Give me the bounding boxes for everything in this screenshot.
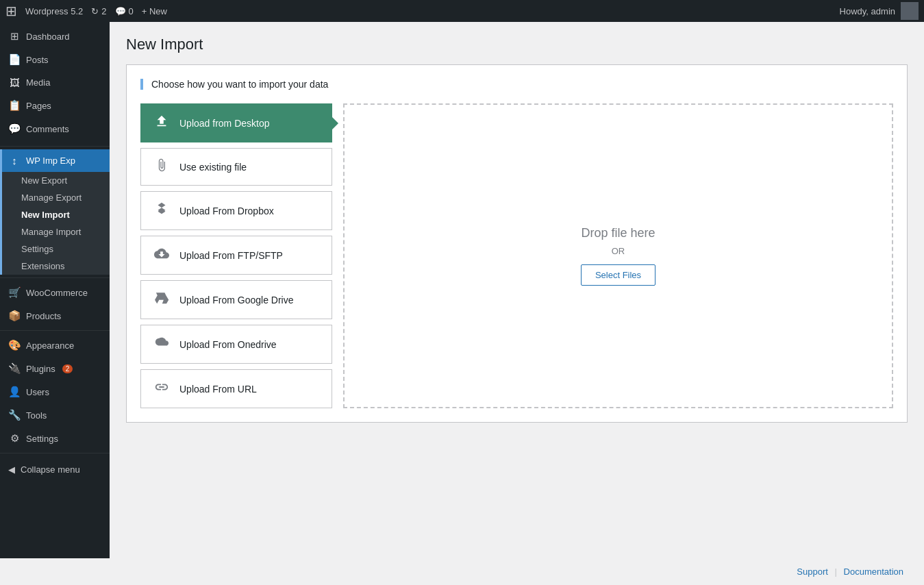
- sidebar-subitem-settings[interactable]: Settings: [2, 240, 110, 258]
- import-header: Choose how you want to import your data: [140, 79, 893, 90]
- sidebar-label-users: Users: [26, 387, 49, 397]
- page-title: New Import: [126, 36, 908, 53]
- dropbox-icon: [152, 201, 171, 220]
- ftp-icon: [152, 246, 171, 264]
- wp-imp-exp-icon: ↕: [8, 155, 21, 166]
- appearance-icon: 🎨: [8, 339, 21, 351]
- sidebar-bottom-nav: 🛒 WooCommerce 📦 Products 🎨 Appearance 🔌 …: [0, 281, 110, 450]
- sidebar-item-users[interactable]: 👤 Users: [0, 380, 110, 403]
- posts-icon: 📄: [8, 53, 21, 66]
- sidebar-label-settings-main: Settings: [26, 434, 58, 444]
- sidebar: ⊞ Dashboard 📄 Posts 🖼 Media 📋 Pages 💬 Co…: [0, 22, 110, 558]
- sidebar-section-wp-imp-exp: ↕ WP Imp Exp New Export Manage Export Ne…: [0, 149, 110, 275]
- sidebar-item-tools[interactable]: 🔧 Tools: [0, 403, 110, 427]
- method-btn-dropbox[interactable]: Upload From Dropbox: [140, 191, 332, 230]
- woocommerce-icon: 🛒: [8, 286, 21, 299]
- select-files-button[interactable]: Select Files: [581, 264, 655, 286]
- new-item[interactable]: + New: [142, 6, 167, 16]
- sidebar-main-nav: ⊞ Dashboard 📄 Posts 🖼 Media 📋 Pages 💬 Co…: [0, 22, 110, 143]
- method-label-ftp: Upload From FTP/SFTP: [179, 250, 321, 261]
- plugins-badge: 2: [62, 364, 73, 373]
- url-icon: [152, 379, 171, 398]
- sidebar-label-comments: Comments: [26, 124, 69, 134]
- wp-logo-icon: ⊞: [5, 3, 17, 19]
- comments-item[interactable]: 💬 0: [115, 6, 134, 16]
- existing-file-icon: [152, 158, 171, 175]
- method-label-onedrive: Upload From Onedrive: [179, 339, 321, 350]
- updates-count: 2: [101, 6, 106, 16]
- sidebar-item-products[interactable]: 📦 Products: [0, 304, 110, 327]
- method-btn-desktop[interactable]: Upload from Desktop: [140, 103, 332, 142]
- sidebar-item-settings-main[interactable]: ⚙ Settings: [0, 427, 110, 450]
- import-card: Choose how you want to import your data …: [126, 64, 908, 423]
- sidebar-item-media[interactable]: 🖼 Media: [0, 71, 110, 94]
- method-label-desktop: Upload from Desktop: [179, 118, 321, 129]
- updates-item[interactable]: ↻ 2: [91, 6, 106, 16]
- users-icon: 👤: [8, 386, 21, 398]
- method-btn-ftp[interactable]: Upload From FTP/SFTP: [140, 236, 332, 275]
- sidebar-item-woocommerce[interactable]: 🛒 WooCommerce: [0, 281, 110, 304]
- sidebar-subitem-manage-import[interactable]: Manage Import: [2, 223, 110, 240]
- plugins-icon: 🔌: [8, 362, 21, 375]
- sidebar-label-plugins: Plugins: [26, 364, 55, 374]
- docs-link[interactable]: Documentation: [844, 567, 903, 577]
- products-icon: 📦: [8, 310, 21, 322]
- method-btn-existing[interactable]: Use existing file: [140, 148, 332, 186]
- settings-main-icon: ⚙: [8, 432, 21, 445]
- avatar: [901, 2, 919, 20]
- method-label-url: Upload From URL: [179, 384, 321, 395]
- drop-zone[interactable]: Drop file here OR Select Files: [343, 103, 893, 408]
- method-list: Upload from Desktop Use existing file Up…: [140, 103, 332, 408]
- topbar-right: Howdy, admin: [840, 2, 919, 20]
- sidebar-item-appearance[interactable]: 🎨 Appearance: [0, 334, 110, 357]
- sidebar-label-pages: Pages: [26, 101, 51, 111]
- drop-zone-or: OR: [612, 246, 625, 256]
- sidebar-label-appearance: Appearance: [26, 340, 74, 351]
- method-btn-url[interactable]: Upload From URL: [140, 369, 332, 408]
- method-btn-gdrive[interactable]: Upload From Google Drive: [140, 280, 332, 319]
- method-label-gdrive: Upload From Google Drive: [179, 295, 321, 306]
- comments-count: 0: [129, 6, 134, 16]
- sidebar-subitem-new-import[interactable]: New Import: [2, 206, 110, 223]
- main-content: New Import Choose how you want to import…: [110, 22, 924, 558]
- sidebar-label-media: Media: [26, 77, 50, 88]
- desktop-upload-icon: [152, 114, 171, 132]
- onedrive-icon: [152, 335, 171, 353]
- sidebar-subitem-manage-export[interactable]: Manage Export: [2, 189, 110, 206]
- sidebar-item-posts[interactable]: 📄 Posts: [0, 48, 110, 71]
- sidebar-label-products: Products: [26, 311, 61, 321]
- collapse-menu-button[interactable]: ◀ Collapse menu: [0, 459, 110, 480]
- sidebar-subitem-new-export[interactable]: New Export: [2, 172, 110, 189]
- sidebar-label-woocommerce: WooCommerce: [26, 288, 88, 298]
- sidebar-label-wp-imp-exp: WP Imp Exp: [26, 155, 75, 166]
- updates-icon: ↻: [91, 6, 99, 16]
- site-name[interactable]: Wordpress 5.2: [25, 6, 83, 16]
- sidebar-label-dashboard: Dashboard: [26, 32, 70, 42]
- sidebar-subitem-extensions[interactable]: Extensions: [2, 258, 110, 275]
- footer: Support | Documentation: [0, 558, 924, 585]
- media-icon: 🖼: [8, 77, 21, 88]
- method-label-dropbox: Upload From Dropbox: [179, 206, 321, 216]
- support-link[interactable]: Support: [797, 567, 828, 577]
- comments-icon: 💬: [8, 123, 21, 135]
- sidebar-item-pages[interactable]: 📋 Pages: [0, 94, 110, 117]
- sidebar-label-posts: Posts: [26, 55, 49, 65]
- import-body: Upload from Desktop Use existing file Up…: [140, 103, 893, 408]
- choose-label: Choose how you want to import your data: [151, 79, 328, 90]
- tools-icon: 🔧: [8, 409, 21, 421]
- drop-zone-text: Drop file here: [581, 226, 655, 240]
- method-label-existing: Use existing file: [179, 162, 321, 173]
- comment-icon: 💬: [115, 6, 126, 16]
- collapse-icon: ◀: [8, 464, 15, 475]
- dashboard-icon: ⊞: [8, 30, 21, 42]
- pages-icon: 📋: [8, 99, 21, 112]
- gdrive-icon: [152, 290, 171, 309]
- sidebar-item-plugins[interactable]: 🔌 Plugins 2: [0, 357, 110, 380]
- sidebar-item-dashboard[interactable]: ⊞ Dashboard: [0, 25, 110, 48]
- footer-separator: |: [835, 567, 837, 577]
- sidebar-item-wp-imp-exp[interactable]: ↕ WP Imp Exp: [2, 149, 110, 172]
- topbar: ⊞ Wordpress 5.2 ↻ 2 💬 0 + New Howdy, adm…: [0, 0, 924, 22]
- howdy-text: Howdy, admin: [840, 6, 895, 16]
- sidebar-item-comments[interactable]: 💬 Comments: [0, 117, 110, 140]
- method-btn-onedrive[interactable]: Upload From Onedrive: [140, 325, 332, 364]
